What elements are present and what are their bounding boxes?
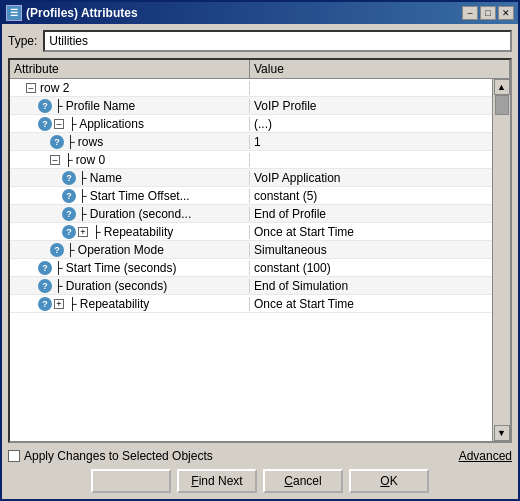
table-row: ? ├ Operation Mode Simultaneous [10,241,510,259]
expand-icon[interactable]: – [50,155,60,165]
window-title: (Profiles) Attributes [26,6,138,20]
attr-cell: – ├ row 0 [10,153,250,167]
attr-label: ├ Duration (second... [78,207,191,221]
table-row: ? ├ Duration (seconds) End of Simulation [10,277,510,295]
attr-cell: – row 2 [10,81,250,95]
table-row: ? + ├ Repeatability Once at Start Time [10,295,510,313]
ok-label: OK [380,474,397,488]
help-icon[interactable]: ? [38,117,52,131]
window-icon: ☰ [6,5,22,21]
value-cell: End of Profile [250,207,510,221]
type-value[interactable]: Utilities [43,30,512,52]
attr-label: ├ Start Time (seconds) [54,261,177,275]
table-row: – row 2 [10,79,510,97]
table-header: Attribute Value [10,60,510,79]
main-window: ☰ (Profiles) Attributes – □ ✕ Type: Util… [0,0,520,501]
scrollbar[interactable]: ▲ ▼ [492,79,510,441]
type-row: Type: Utilities [8,30,512,52]
maximize-button[interactable]: □ [480,6,496,20]
cancel-label: Cancel [284,474,321,488]
value-cell: Once at Start Time [250,225,510,239]
help-icon[interactable]: ? [50,135,64,149]
attr-cell: ? ├ Start Time Offset... [10,189,250,203]
attr-label: ├ row 0 [64,153,105,167]
help-icon[interactable]: ? [62,189,76,203]
expand-icon[interactable]: – [54,119,64,129]
attr-cell: ? – ├ Applications [10,117,250,131]
help-icon[interactable]: ? [38,297,52,311]
expand-icon[interactable]: – [26,83,36,93]
content-area: Type: Utilities Attribute Value – row 2 [2,24,518,499]
attr-cell: ? + ├ Repeatability [10,225,250,239]
help-icon[interactable]: ? [62,171,76,185]
title-bar: ☰ (Profiles) Attributes – □ ✕ [2,2,518,24]
table-row: ? + ├ Repeatability Once at Start Time [10,223,510,241]
close-button[interactable]: ✕ [498,6,514,20]
help-icon[interactable]: ? [62,225,76,239]
help-icon[interactable]: ? [38,261,52,275]
title-bar-left: ☰ (Profiles) Attributes [6,5,138,21]
checkbox-row: Apply Changes to Selected Objects Advanc… [8,449,512,463]
attr-cell: ? ├ Profile Name [10,99,250,113]
attr-cell: ? ├ Start Time (seconds) [10,261,250,275]
attr-label: ├ rows [66,135,103,149]
table-rows: – row 2 ? ├ Profile Name VoIP Profile [10,79,510,313]
type-label: Type: [8,34,37,48]
empty-button[interactable] [91,469,171,493]
table-row: ? ├ Profile Name VoIP Profile [10,97,510,115]
help-icon[interactable]: ? [38,279,52,293]
header-attribute: Attribute [10,60,250,78]
attr-label: row 2 [40,81,69,95]
apply-changes-label: Apply Changes to Selected Objects [24,449,213,463]
value-cell: VoIP Application [250,171,510,185]
table-row: ? ├ Start Time (seconds) constant (100) [10,259,510,277]
attributes-table: Attribute Value – row 2 [8,58,512,443]
button-row: Find Next Cancel OK [8,469,512,493]
help-icon[interactable]: ? [38,99,52,113]
attr-label: ├ Duration (seconds) [54,279,167,293]
table-row: ? ├ rows 1 [10,133,510,151]
bottom-section: Apply Changes to Selected Objects Advanc… [8,449,512,493]
attr-cell: ? + ├ Repeatability [10,297,250,311]
ok-button[interactable]: OK [349,469,429,493]
minimize-button[interactable]: – [462,6,478,20]
value-cell: 1 [250,135,510,149]
help-icon[interactable]: ? [62,207,76,221]
attr-label: ├ Name [78,171,122,185]
value-cell: constant (100) [250,261,510,275]
value-cell: End of Simulation [250,279,510,293]
value-cell: constant (5) [250,189,510,203]
apply-changes-checkbox[interactable] [8,450,20,462]
help-icon[interactable]: ? [50,243,64,257]
attr-cell: ? ├ Duration (seconds) [10,279,250,293]
attr-cell: ? ├ Duration (second... [10,207,250,221]
table-row: – ├ row 0 [10,151,510,169]
attr-cell: ? ├ rows [10,135,250,149]
find-next-label: Find Next [191,474,242,488]
find-next-button[interactable]: Find Next [177,469,257,493]
scroll-thumb[interactable] [495,95,509,115]
value-cell: VoIP Profile [250,99,510,113]
attr-label: ├ Repeatability [68,297,149,311]
title-buttons: – □ ✕ [462,6,514,20]
value-cell: Once at Start Time [250,297,510,311]
cancel-button[interactable]: Cancel [263,469,343,493]
header-value: Value [250,60,510,78]
attr-label: ├ Repeatability [92,225,173,239]
attr-cell: ? ├ Operation Mode [10,243,250,257]
attr-label: ├ Applications [68,117,144,131]
advanced-link[interactable]: Advanced [459,449,512,463]
attr-label: ├ Operation Mode [66,243,164,257]
table-row: ? – ├ Applications (...) [10,115,510,133]
attr-label: ├ Profile Name [54,99,135,113]
expand-icon[interactable]: + [78,227,88,237]
table-body: – row 2 ? ├ Profile Name VoIP Profile [10,79,510,441]
value-cell: (...) [250,117,510,131]
expand-icon[interactable]: + [54,299,64,309]
attr-cell: ? ├ Name [10,171,250,185]
scroll-up-button[interactable]: ▲ [494,79,510,95]
value-cell: Simultaneous [250,243,510,257]
attr-label: ├ Start Time Offset... [78,189,190,203]
scroll-down-button[interactable]: ▼ [494,425,510,441]
checkbox-left: Apply Changes to Selected Objects [8,449,213,463]
